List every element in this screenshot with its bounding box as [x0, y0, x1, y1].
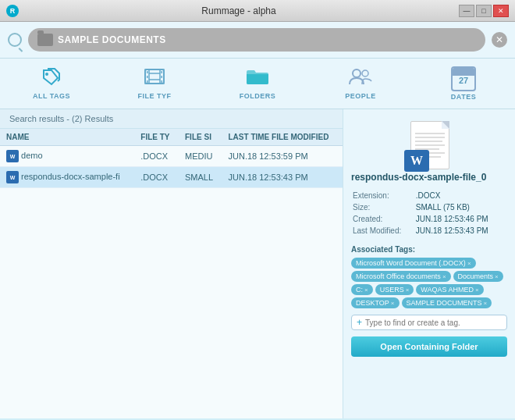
search-query-pill[interactable]: SAMPLE DOCUMENTS — [28, 28, 485, 52]
film-icon — [144, 67, 165, 91]
cell-name: W demo — [0, 146, 134, 167]
open-containing-folder-button[interactable]: Open Containing Folder — [351, 336, 507, 357]
file-table: NAME FILE TY FILE SI LAST TIME FILE MODI… — [0, 129, 343, 188]
plus-icon: + — [357, 317, 362, 328]
col-filesize: FILE SI — [179, 129, 222, 146]
svg-point-13 — [362, 70, 368, 77]
search-icon — [8, 33, 22, 47]
tab-people[interactable]: PEOPLE — [309, 64, 412, 103]
tag-pill[interactable]: Microsoft Office documents × — [351, 271, 451, 282]
file-detail-name: respondus-docx-sample-file_0 — [351, 172, 486, 183]
tab-folders[interactable]: FOLDERS — [206, 64, 309, 103]
file-preview-icon: W — [403, 119, 456, 172]
tag-pill[interactable]: WAQAS AHMED × — [416, 284, 483, 295]
minimize-button[interactable]: — — [459, 5, 474, 17]
tab-folders-label: FOLDERS — [240, 92, 276, 100]
svg-rect-7 — [147, 76, 148, 78]
tab-file-type[interactable]: FILE TYF — [103, 64, 206, 103]
svg-rect-10 — [162, 76, 163, 78]
tag-pill[interactable]: SAMPLE DOCUMENTS × — [402, 297, 492, 308]
docx-icon: W — [6, 150, 19, 162]
svg-rect-11 — [162, 80, 163, 83]
close-button[interactable]: ✕ — [493, 5, 509, 17]
word-badge: W — [404, 150, 429, 172]
cell-name: W respondus-docx-sample-fi — [0, 167, 134, 188]
col-name: NAME — [0, 129, 134, 146]
search-bar: SAMPLE DOCUMENTS ✕ — [0, 22, 515, 59]
svg-rect-1 — [145, 69, 164, 84]
cell-filesize: MEDIU — [179, 146, 222, 167]
tab-all-tags-label: ALL TAGS — [33, 92, 70, 100]
cell-filetype: .DOCX — [134, 167, 179, 188]
file-detail-info: Extension: .DOCX Size: SMALL (75 KB) Cre… — [351, 189, 507, 237]
tag-pill[interactable]: Documents × — [453, 271, 503, 282]
tag-pill[interactable]: USERS × — [375, 284, 414, 295]
tag-input[interactable] — [365, 319, 502, 327]
tab-dates[interactable]: 27 DATES — [412, 63, 515, 104]
tab-file-type-label: FILE TYF — [138, 92, 172, 100]
svg-point-12 — [353, 69, 360, 77]
tab-dates-label: DATES — [451, 93, 476, 101]
folder-nav-icon — [245, 67, 270, 91]
file-list-pane: Search results - (2) Results NAME FILE T… — [0, 109, 343, 418]
table-header-row: NAME FILE TY FILE SI LAST TIME FILE MODI… — [0, 129, 343, 146]
app-icon: R — [6, 5, 19, 17]
svg-rect-8 — [147, 80, 148, 83]
titlebar: R Rummage - alpha — □ ✕ — [0, 0, 515, 22]
tab-people-label: PEOPLE — [345, 92, 376, 100]
cell-modified: JUN.18 12:53:43 PM — [222, 167, 343, 188]
table-row[interactable]: W respondus-docx-sample-fi .DOCX SMALL J… — [0, 167, 343, 188]
calendar-icon: 27 — [451, 66, 476, 91]
associated-tags-label: Associated Tags: — [351, 245, 415, 254]
tab-all-tags[interactable]: ALL TAGS — [0, 64, 103, 103]
docx-icon: W — [6, 171, 19, 183]
search-query-text: SAMPLE DOCUMENTS — [58, 34, 166, 45]
cell-filetype: .DOCX — [134, 146, 179, 167]
col-filetype: FILE TY — [134, 129, 179, 146]
svg-rect-9 — [162, 71, 163, 73]
nav-tabs: ALL TAGS FILE TYF — [0, 59, 515, 109]
window-title: Rummage - alpha — [19, 5, 459, 16]
cell-filesize: SMALL — [179, 167, 222, 188]
folder-icon — [37, 34, 53, 46]
tag-pill[interactable]: Microsoft Word Document (.DOCX) × — [351, 258, 476, 269]
results-header: Search results - (2) Results — [0, 109, 343, 129]
table-row[interactable]: W demo .DOCX MEDIU JUN.18 12:53:59 PM — [0, 146, 343, 167]
svg-point-0 — [45, 73, 48, 76]
tag-pill[interactable]: C: × — [351, 284, 373, 295]
file-detail-pane: W respondus-docx-sample-file_0 Extension… — [343, 109, 515, 418]
cell-modified: JUN.18 12:53:59 PM — [222, 146, 343, 167]
tag-input-wrap[interactable]: + — [351, 315, 507, 330]
maximize-button[interactable]: □ — [476, 5, 492, 17]
tag-pill[interactable]: DESKTOP × — [351, 297, 400, 308]
people-icon — [348, 67, 373, 91]
search-clear-button[interactable]: ✕ — [492, 32, 507, 48]
window-controls: — □ ✕ — [459, 5, 509, 17]
tags-container: Microsoft Word Document (.DOCX) × Micros… — [351, 258, 507, 308]
svg-rect-6 — [147, 71, 148, 73]
col-modified: LAST TIME FILE MODIFIED — [222, 129, 343, 146]
main-content: Search results - (2) Results NAME FILE T… — [0, 109, 515, 418]
tag-icon — [41, 67, 62, 91]
